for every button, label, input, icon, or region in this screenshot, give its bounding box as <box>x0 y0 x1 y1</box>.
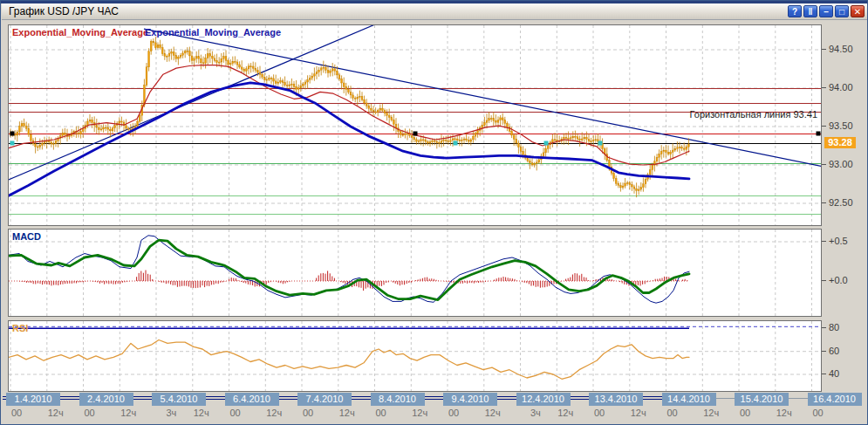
axis-tick-mark <box>822 374 826 374</box>
rsi-indicator-panel[interactable]: RSI <box>8 320 822 392</box>
time-tick-label: 12ч <box>120 408 136 418</box>
window-title: График USD /JPY ЧАС <box>9 5 119 17</box>
macd-label: MACD <box>12 231 41 242</box>
time-tick-label: 12ч <box>703 408 719 418</box>
time-tick-label: 00 <box>230 408 241 418</box>
time-tick-label: 12ч <box>266 408 282 418</box>
axis-connector-line <box>3 396 6 397</box>
date-badge: 8.4.2010 <box>371 393 425 406</box>
price-chart-panel[interactable]: Exponential_Moving_Average Exponential_M… <box>8 24 822 226</box>
axis-connector-line <box>643 396 662 397</box>
axis-tick-mark <box>822 351 826 352</box>
date-badge: 15.4.2010 <box>735 393 789 406</box>
time-axis[interactable]: 1.4.20100012ч2.4.20100012ч5.4.20103ч12ч6… <box>1 392 868 425</box>
axis-tick-label: 60 <box>829 346 839 356</box>
axis-tick-label: 93.50 <box>829 120 853 131</box>
macd-indicator-panel[interactable]: MACD <box>8 229 822 317</box>
axis-connector-line <box>206 396 225 397</box>
axis-tick-label: 80 <box>829 322 839 332</box>
axis-connector-line <box>279 399 298 400</box>
date-badge: 14.4.2010 <box>662 393 716 406</box>
macd-canvas[interactable] <box>9 230 821 316</box>
axis-connector-line <box>133 399 153 400</box>
time-tick-label: 12ч <box>48 408 64 418</box>
axis-connector-line <box>352 399 371 400</box>
time-tick-label: 12ч <box>412 408 427 418</box>
time-tick-label: 12ч <box>776 408 792 418</box>
axis-tick-label: 93.00 <box>829 159 853 169</box>
ema-indicator-label-2: Exponential_Moving_Average <box>145 27 281 38</box>
close-icon: ✕ <box>854 7 861 17</box>
rsi-canvas[interactable] <box>9 321 821 391</box>
pin-icon: ‖ <box>809 7 813 17</box>
date-badge: 5.4.2010 <box>152 393 206 406</box>
time-tick-label: 12ч <box>557 408 573 418</box>
time-tick-label: 00 <box>85 408 95 418</box>
axis-tick-label: 94.50 <box>829 44 853 54</box>
axis-tick-label: +0.5 <box>829 236 848 246</box>
axis-tick-mark <box>822 87 826 88</box>
axis-connector-line <box>352 396 371 397</box>
pin-button[interactable]: ‖ <box>803 5 817 17</box>
time-tick-label: 00 <box>303 408 313 418</box>
time-tick-label: 00 <box>594 408 605 418</box>
axis-tick-mark <box>822 202 826 203</box>
axis-connector-line <box>425 399 444 400</box>
maximize-button[interactable]: □ <box>835 5 849 17</box>
maximize-icon: □ <box>839 7 844 17</box>
window-buttons: ?‖–□✕ <box>788 5 865 17</box>
axis-tick-mark <box>822 164 826 165</box>
time-tick-label: 00 <box>376 408 386 418</box>
axis-connector-line <box>643 399 662 400</box>
axis-tick-label: 92.50 <box>829 197 853 208</box>
axis-tick-label: 94.00 <box>829 82 853 93</box>
current-price-tag: 93.28 <box>824 137 856 148</box>
date-badge: 6.4.2010 <box>225 393 279 406</box>
axis-connector-line <box>497 396 516 397</box>
minimize-button[interactable]: – <box>819 5 833 17</box>
date-badge: 2.4.2010 <box>79 393 133 406</box>
time-tick-label: 12ч <box>631 408 646 418</box>
axis-tick-mark <box>822 241 826 242</box>
time-tick-label: 00 <box>11 408 22 418</box>
date-badge: 7.4.2010 <box>297 393 352 406</box>
axis-tick-mark <box>822 49 826 50</box>
axis-connector-line <box>571 396 590 397</box>
time-tick-label: 00 <box>667 408 678 418</box>
minimize-icon: – <box>824 7 829 17</box>
time-tick-label: 00 <box>448 408 459 418</box>
axis-tick-mark <box>822 327 826 328</box>
question-icon: ? <box>792 7 797 17</box>
date-badge: 9.4.2010 <box>443 393 497 406</box>
price-chart-canvas[interactable] <box>9 25 821 225</box>
price-axis[interactable]: 93.28 94.5094.0093.5093.0092.50+0.5+0.08… <box>822 24 868 392</box>
close-button[interactable]: ✕ <box>851 5 865 17</box>
ema-indicator-label-1: Exponential_Moving_Average <box>12 27 148 38</box>
date-badge: 1.4.2010 <box>6 393 60 406</box>
date-badge: 13.4.2010 <box>589 393 643 406</box>
axis-connector-line <box>425 396 444 397</box>
axis-connector-line <box>279 396 298 397</box>
date-badge: 16.4.2010 <box>808 393 862 406</box>
time-tick-label: 12ч <box>194 408 209 418</box>
time-tick-label: 3ч <box>530 408 541 418</box>
time-tick-label: 3ч <box>166 408 176 418</box>
axis-tick-mark <box>822 280 826 281</box>
chart-window: График USD /JPY ЧАС ?‖–□✕ Exponential_Mo… <box>0 0 868 425</box>
date-badge: 12.4.2010 <box>516 393 571 406</box>
time-tick-label: 00 <box>813 408 824 418</box>
window-titlebar[interactable]: График USD /JPY ЧАС ?‖–□✕ <box>2 3 868 20</box>
help-button[interactable]: ? <box>788 5 802 17</box>
axis-connector-line <box>206 399 225 400</box>
axis-connector-line <box>3 399 6 400</box>
axis-connector-line <box>60 396 79 397</box>
time-tick-label: 00 <box>740 408 750 418</box>
axis-connector-line <box>133 396 153 397</box>
axis-connector-line <box>789 398 808 399</box>
axis-tick-label: +0.0 <box>829 275 848 285</box>
time-tick-label: 12ч <box>339 408 355 418</box>
axis-connector-line <box>571 399 590 400</box>
axis-connector-line <box>716 398 735 399</box>
time-tick-label: 12ч <box>485 408 501 418</box>
horizontal-line-annotation[interactable]: Горизонтальная линия 93.41 <box>690 109 817 120</box>
